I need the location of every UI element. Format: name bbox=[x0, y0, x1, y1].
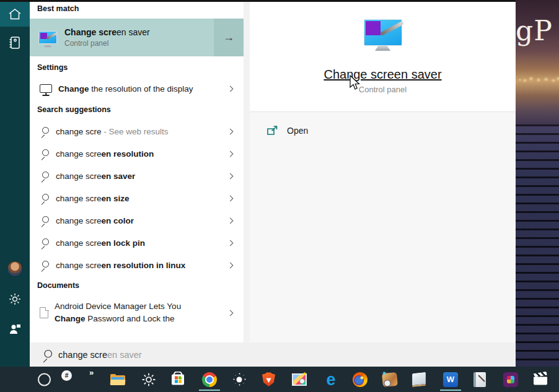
gear-icon bbox=[8, 292, 22, 306]
best-match-result[interactable]: Change screen saver Control panel → bbox=[30, 19, 244, 56]
suggestion-item[interactable]: change screen lock pin bbox=[30, 232, 244, 254]
avatar bbox=[7, 261, 23, 277]
best-match-title: Change screen saver bbox=[64, 27, 150, 37]
cortana-icon[interactable] bbox=[38, 373, 51, 386]
suggestion-item[interactable]: change screen size bbox=[30, 187, 244, 209]
brave-icon[interactable] bbox=[262, 372, 275, 386]
sidebar-item-account[interactable] bbox=[0, 256, 30, 281]
microsoft-store-icon[interactable] bbox=[172, 374, 184, 385]
screensaver-icon bbox=[38, 31, 57, 44]
best-match-header: Best match bbox=[37, 4, 79, 13]
document-icon bbox=[40, 307, 48, 318]
search-suggestions-header: Search suggestions bbox=[37, 105, 111, 114]
panel-divider bbox=[244, 2, 250, 367]
suggestion-label: change screen resolution in linux bbox=[56, 261, 185, 270]
preview-panel: Change screen saver Control panel Open bbox=[250, 2, 516, 342]
edge-icon[interactable]: e bbox=[324, 372, 338, 388]
feedback-icon bbox=[8, 323, 22, 335]
start-button[interactable] bbox=[7, 373, 21, 386]
chevron-right-icon[interactable] bbox=[227, 128, 234, 134]
chevron-right-icon[interactable] bbox=[227, 195, 234, 201]
search-input-text[interactable]: change screen saver bbox=[58, 350, 142, 360]
chevron-right-icon[interactable] bbox=[227, 150, 234, 157]
search-icon bbox=[40, 238, 50, 248]
wallpaper-watermark: gP bbox=[516, 15, 553, 46]
display-icon bbox=[40, 84, 52, 93]
word-icon[interactable]: W bbox=[443, 372, 458, 387]
suggestion-label: change screen resolution bbox=[56, 149, 154, 159]
document-result-label: Android Device Manager Lets You Change P… bbox=[55, 300, 181, 325]
screensaver-icon-large bbox=[364, 19, 402, 46]
search-results-panel: Best match Change screen saver Control p… bbox=[30, 2, 244, 342]
suggestion-item[interactable]: change screen resolution in linux bbox=[30, 254, 244, 276]
word-active-indicator bbox=[440, 390, 461, 391]
search-box[interactable]: change screen saver bbox=[30, 342, 516, 367]
suggestion-item[interactable]: change screen resolution bbox=[30, 142, 244, 165]
preview-title-link[interactable]: Change screen saver bbox=[250, 68, 516, 82]
suggestion-label: change screen color bbox=[56, 216, 134, 225]
firefox-icon[interactable] bbox=[353, 372, 368, 387]
mouse-cursor bbox=[349, 75, 360, 91]
flux-sun-icon[interactable] bbox=[232, 373, 246, 386]
home-icon bbox=[8, 8, 22, 20]
start-search-flyout: Best match Change screen saver Control p… bbox=[0, 0, 516, 367]
journal-app-icon[interactable] bbox=[473, 372, 486, 387]
open-external-icon bbox=[267, 126, 278, 136]
settings-header: Settings bbox=[37, 63, 68, 72]
chevron-right-icon[interactable] bbox=[227, 85, 234, 92]
open-label: Open bbox=[287, 126, 308, 136]
search-icon bbox=[40, 149, 50, 159]
chevron-right-icon[interactable] bbox=[227, 173, 234, 179]
snagit-icon[interactable] bbox=[382, 372, 398, 386]
expand-arrow-button[interactable]: → bbox=[214, 19, 244, 56]
file-explorer-icon[interactable] bbox=[110, 374, 125, 385]
search-icon bbox=[40, 171, 50, 181]
windows-desktop: gP Best match bbox=[0, 0, 559, 392]
right-arrow-icon: → bbox=[223, 31, 234, 44]
preview-subtitle: Control panel bbox=[250, 85, 516, 94]
suggestion-label: change scre - See web results bbox=[56, 127, 169, 136]
chevron-right-icon[interactable] bbox=[227, 262, 234, 268]
desktop-wallpaper: gP bbox=[516, 0, 559, 367]
chevron-right-icon[interactable] bbox=[227, 310, 234, 316]
suggestion-label: change screen size bbox=[56, 194, 130, 203]
search-icon bbox=[40, 126, 50, 136]
open-action[interactable]: Open bbox=[250, 121, 516, 141]
chevron-right-icon[interactable] bbox=[227, 217, 234, 224]
pier-planks bbox=[516, 124, 559, 367]
slack-icon[interactable] bbox=[503, 372, 518, 387]
journal-icon bbox=[8, 36, 22, 50]
search-icon bbox=[42, 349, 53, 360]
sidebar-item-journal[interactable] bbox=[0, 30, 30, 55]
chrome-icon[interactable] bbox=[202, 372, 217, 387]
search-icon bbox=[40, 193, 50, 203]
settings-result-display-resolution[interactable]: Change the resolution of the display bbox=[30, 77, 244, 100]
preview-actions-area bbox=[250, 112, 516, 342]
documents-header: Documents bbox=[37, 281, 79, 290]
sidebar-item-settings[interactable] bbox=[0, 287, 30, 311]
search-sidebar bbox=[0, 2, 30, 367]
slack-tray-icon[interactable]: # bbox=[61, 370, 72, 381]
taskbar: # » e W bbox=[0, 367, 559, 392]
city-lights bbox=[519, 79, 521, 81]
suggestion-web-results[interactable]: change scre - See web results bbox=[30, 120, 244, 142]
best-match-subtitle: Control panel bbox=[64, 39, 150, 48]
suggestion-item[interactable]: change screen color bbox=[30, 209, 244, 232]
chevron-right-icon[interactable] bbox=[227, 240, 234, 246]
sidebar-item-feedback[interactable] bbox=[0, 316, 30, 341]
search-icon bbox=[40, 216, 50, 225]
image-editor-icon[interactable] bbox=[292, 373, 307, 386]
settings-result-label: Change the resolution of the display bbox=[58, 84, 193, 94]
suggestion-label: change screen lock pin bbox=[56, 238, 145, 248]
notepad-icon[interactable] bbox=[412, 372, 426, 386]
search-icon bbox=[40, 260, 50, 270]
settings-gear-icon[interactable] bbox=[141, 372, 156, 387]
suggestion-item[interactable]: change screen saver bbox=[30, 165, 244, 187]
movies-clapper-icon[interactable] bbox=[534, 373, 547, 385]
suggestion-label: change screen saver bbox=[56, 172, 135, 181]
sidebar-item-home[interactable] bbox=[0, 2, 30, 27]
chrome-active-indicator bbox=[199, 390, 220, 391]
document-result[interactable]: Android Device Manager Lets You Change P… bbox=[30, 295, 244, 330]
overflow-chevron-icon[interactable]: » bbox=[89, 368, 93, 377]
